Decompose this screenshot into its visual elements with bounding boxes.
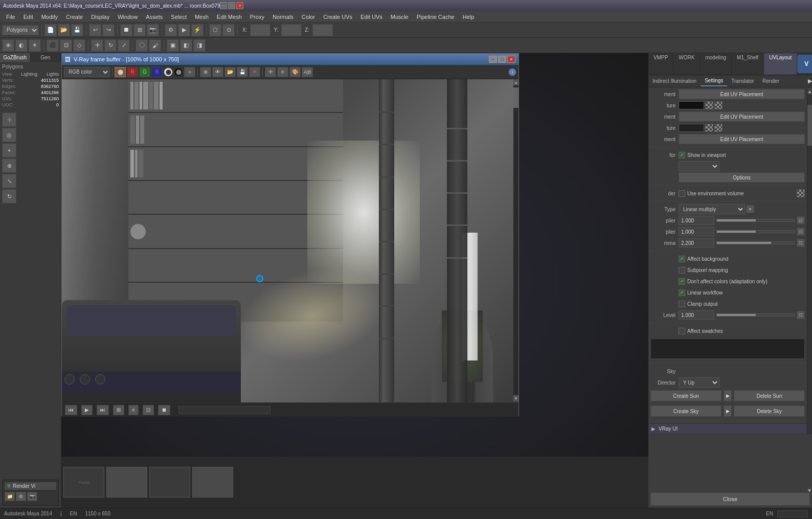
menu-color[interactable]: Color (298, 13, 319, 21)
vfb-minimize[interactable]: − (489, 56, 497, 63)
vfb-btn-white[interactable]: ⬤ (164, 67, 173, 77)
tb-render-settings[interactable]: ⚙ (165, 24, 177, 36)
rv-btn-camera[interactable]: 📷 (27, 492, 37, 501)
scroll-up-arrow[interactable]: ▲ (807, 88, 812, 95)
cb-affect-bg[interactable] (679, 256, 685, 262)
vfb-btn-hist[interactable]: ≡ (277, 67, 288, 77)
vray-ui-section[interactable]: ▶ VRay UI (648, 423, 807, 434)
tool-lasso[interactable]: ◎ (2, 128, 16, 142)
vfb-btn-compare[interactable]: A|B (302, 67, 313, 77)
tb2-paint[interactable]: 🖌 (149, 39, 161, 52)
vfb-btn-alpha[interactable]: α (184, 67, 195, 77)
edit-uv-btn-1[interactable]: Edit UV Placement (679, 89, 805, 99)
tb2-rotate[interactable]: ↻ (104, 39, 117, 52)
swatch-black-1[interactable] (679, 101, 704, 109)
cb-env-vol[interactable] (679, 190, 685, 197)
menu-pipeline-cache[interactable]: Pipeline Cache (413, 13, 459, 21)
rph-indirect[interactable]: Indirect Illumination (648, 76, 701, 86)
right-scroll-area[interactable]: ment Edit UV Placement ture (648, 87, 812, 490)
mode-selector[interactable]: Polygons (2, 25, 39, 35)
menu-normals[interactable]: Normals (268, 13, 298, 21)
up-director-select[interactable]: Y Up (679, 377, 719, 388)
thumb-1[interactable]: Frame (63, 467, 104, 498)
cb-dont-affect[interactable] (679, 278, 685, 285)
tool-orbit[interactable]: ↻ (2, 189, 16, 204)
vfb-btn-r[interactable]: R (127, 67, 138, 77)
tb2-icons[interactable]: ⬛ (47, 39, 59, 52)
vfb-canvas[interactable] (62, 79, 518, 402)
type-dropdown[interactable]: Linear multiply (679, 204, 745, 214)
rv-btn-folder[interactable]: 📁 (5, 492, 15, 501)
tb2-more3[interactable]: ◨ (193, 39, 206, 52)
vfb-play-btn[interactable]: ▶ (81, 405, 93, 415)
scroll-thumb[interactable] (807, 105, 812, 146)
rtab-work[interactable]: WORK (673, 53, 700, 75)
close-button[interactable]: × (236, 2, 243, 9)
checker-icon-1[interactable] (705, 101, 713, 109)
mult2-slider[interactable] (716, 230, 795, 233)
rph-translator[interactable]: Translator (727, 76, 758, 86)
tb2-icons3[interactable]: ◇ (73, 39, 85, 52)
rtab-m1shelf[interactable]: M1_Shelf (732, 53, 764, 75)
tb2-more2[interactable]: ◧ (180, 39, 192, 52)
vfb-next-btn[interactable]: ⏭ (97, 405, 109, 415)
scroll-down-arrow[interactable]: ▼ (807, 487, 812, 490)
vfb-btn-color[interactable]: ⬤ (115, 67, 126, 77)
tb2-shading[interactable]: ◐ (15, 39, 28, 52)
vfb-scroll-thumb[interactable] (513, 87, 518, 108)
vfb-btn-eye[interactable]: 👁 (212, 67, 223, 77)
tb-y-axis[interactable] (281, 24, 302, 36)
vfb-scroll-up[interactable]: ▲ (513, 79, 518, 85)
tb-render[interactable]: ▶ (178, 24, 190, 36)
cb-affect-swatches[interactable] (679, 328, 685, 334)
mult2-input[interactable] (679, 227, 714, 236)
mult1-slider[interactable] (716, 219, 795, 222)
tb2-more1[interactable]: ▣ (167, 39, 179, 52)
rv-btn-settings[interactable]: ⚙ (16, 492, 26, 501)
tb-z-axis[interactable] (312, 24, 333, 36)
vfb-maximize[interactable]: □ (498, 56, 506, 63)
tb-x-axis[interactable] (250, 24, 270, 36)
tab-gen[interactable]: Gen (31, 53, 61, 62)
gamma-slider[interactable] (716, 241, 795, 244)
tool-move[interactable]: ⤡ (2, 174, 16, 188)
clamp-level-slider[interactable] (716, 313, 795, 317)
tb-save[interactable]: 💾 (71, 24, 83, 36)
rph-render[interactable]: Render (758, 76, 783, 86)
vfb-btn-black[interactable]: ⬤ (174, 67, 183, 77)
vfb-crop-btn[interactable]: ⊡ (143, 405, 154, 415)
options-btn[interactable]: Options (679, 172, 805, 183)
cb-linear-wf[interactable] (679, 289, 685, 296)
menu-create-uvs[interactable]: Create UVs (319, 13, 356, 21)
vfb-btn-b[interactable]: B (151, 67, 163, 77)
vfb-bar-btn[interactable]: ≡ (128, 405, 139, 415)
checker-icon-4[interactable] (714, 124, 723, 132)
menu-display[interactable]: Display (87, 13, 114, 21)
tb-redo[interactable]: ↪ (102, 24, 115, 36)
create-sky-arrow[interactable]: ▶ (724, 405, 732, 417)
mult1-input[interactable] (679, 216, 714, 225)
minimize-button[interactable]: − (220, 2, 227, 9)
color-display[interactable] (650, 339, 805, 359)
vfb-btn-clear[interactable]: × (249, 67, 260, 77)
menu-window[interactable]: Window (114, 13, 142, 21)
tb2-scale[interactable]: ⤢ (118, 39, 130, 52)
tb-new[interactable]: 📄 (44, 24, 57, 36)
rtab-modeling[interactable]: modeling (700, 53, 732, 75)
rtab-uvlayout[interactable]: UVLayout (764, 53, 797, 75)
thumb-3[interactable] (149, 467, 190, 498)
menu-muscle[interactable]: Muscle (387, 13, 413, 21)
tab-gozbrush[interactable]: GoZBrush (0, 53, 31, 62)
menu-mesh[interactable]: Mesh (191, 13, 213, 21)
checker-icon-2[interactable] (714, 101, 723, 109)
tb2-move[interactable]: ✛ (91, 39, 103, 52)
tb-grid[interactable]: ⊞ (133, 24, 146, 36)
tb2-lighting[interactable]: ☀ (29, 39, 41, 52)
tb-lasso[interactable]: ⊙ (222, 24, 235, 36)
vfb-stop-btn[interactable]: ⏹ (158, 405, 170, 415)
edit-uv-btn-2[interactable]: Edit UV Placement (679, 111, 805, 122)
menu-proxy[interactable]: Proxy (246, 13, 268, 21)
create-sun-btn[interactable]: Create Sun (650, 390, 721, 401)
vfb-close[interactable]: × (507, 56, 515, 63)
cb-subpixel[interactable] (679, 267, 685, 274)
